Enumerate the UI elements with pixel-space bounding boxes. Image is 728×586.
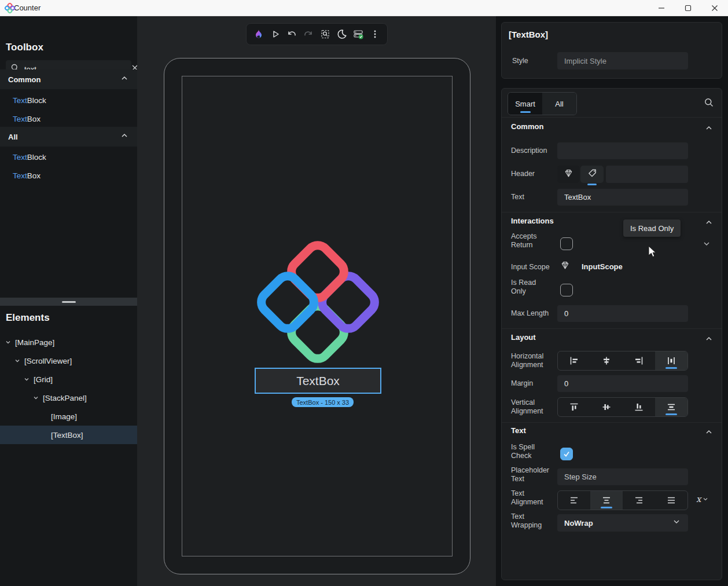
toolbox-item-textblock[interactable]: TextBlock (0, 91, 137, 109)
toolbox-section-common[interactable]: Common (0, 69, 137, 89)
header-tag-button[interactable] (580, 166, 604, 183)
margin-input[interactable] (557, 375, 688, 392)
align-center-h-button[interactable] (590, 351, 623, 370)
section-layout-title: Layout (511, 333, 536, 342)
divider (502, 422, 722, 423)
text-wrapping-label: Text Wrapping (511, 512, 555, 530)
chevron-up-icon[interactable] (704, 334, 714, 346)
minimize-button[interactable] (648, 0, 675, 16)
accepts-return-label: Accepts Return (511, 232, 546, 250)
header-input[interactable] (606, 166, 688, 183)
expression-binding-button[interactable]: x (696, 494, 708, 504)
device-frame: TextBox TextBox - 150 x 33 (164, 58, 470, 574)
chevron-down-icon[interactable] (5, 339, 12, 347)
vertical-alignment-label: Vertical Alignment (511, 398, 555, 416)
chevron-down-icon[interactable] (32, 394, 39, 403)
chevron-up-icon[interactable] (704, 218, 714, 229)
server-status-ok-icon[interactable] (352, 28, 364, 40)
align-stretch-h-button[interactable] (655, 351, 687, 370)
property-tabs: Smart All (508, 92, 577, 115)
align-bottom-button[interactable] (623, 398, 655, 416)
splitter-handle-icon (62, 301, 76, 303)
toolbox-item-textbox[interactable]: TextBox (0, 110, 137, 127)
placeholder-text-input[interactable] (557, 468, 688, 485)
is-spell-check-checkbox[interactable] (560, 448, 573, 460)
selection-size-badge: TextBox - 150 x 33 (292, 397, 354, 407)
text-align-right-icon (634, 495, 644, 506)
text-alignment-group (557, 490, 688, 510)
align-center-v-button[interactable] (590, 398, 623, 416)
style-input[interactable] (557, 52, 688, 69)
divider (502, 212, 722, 213)
align-top-button[interactable] (558, 398, 590, 416)
align-left-button[interactable] (558, 351, 590, 370)
tree-item-scrollviewer[interactable]: [ScrollViewer] (0, 351, 137, 370)
accepts-return-checkbox[interactable] (560, 237, 573, 250)
header-binding-button[interactable] (557, 166, 579, 183)
play-icon[interactable] (270, 28, 281, 40)
tree-item-mainpage[interactable]: [MainPage] (0, 333, 137, 351)
device-screen[interactable]: TextBox TextBox - 150 x 33 (182, 76, 453, 556)
redo-icon[interactable] (303, 28, 314, 40)
more-kebab-icon[interactable] (369, 28, 381, 40)
chevron-up-icon[interactable] (704, 427, 714, 439)
tab-smart[interactable]: Smart (508, 93, 542, 115)
check-icon (562, 450, 571, 458)
property-search-icon[interactable] (704, 97, 714, 110)
maximize-button[interactable] (675, 0, 701, 16)
chevron-down-icon[interactable] (14, 357, 21, 366)
chevron-down-icon[interactable] (23, 376, 30, 384)
text-align-center-button[interactable] (590, 491, 623, 510)
toolbox-item-textblock[interactable]: TextBlock (0, 148, 137, 166)
canvas-textbox-control[interactable]: TextBox (255, 368, 381, 394)
italic-x-icon: x (696, 494, 701, 504)
window-title: Counter (14, 3, 41, 12)
is-read-only-checkbox[interactable] (560, 284, 573, 296)
text-label: Text (511, 193, 524, 202)
text-align-justify-button[interactable] (655, 491, 687, 510)
design-canvas[interactable]: TextBox TextBox - 150 x 33 (137, 16, 496, 586)
hot-reload-flame-icon[interactable] (253, 28, 264, 40)
text-align-left-button[interactable] (558, 491, 590, 510)
inspector-panel: [TextBox] Style Smart All Common Descrip… (496, 16, 728, 586)
text-align-right-button[interactable] (623, 491, 655, 510)
align-stretch-v-button[interactable] (655, 398, 687, 416)
section-common-title: Common (511, 122, 543, 131)
chevron-up-icon[interactable] (704, 123, 714, 135)
align-left-icon (569, 356, 579, 366)
align-top-icon (569, 402, 579, 412)
tag-icon (587, 169, 597, 181)
align-center-v-icon (601, 402, 612, 412)
text-wrapping-dropdown[interactable]: NoWrap (557, 514, 688, 532)
inspector-header-card: [TextBox] Style (501, 22, 722, 79)
tree-item-grid[interactable]: [Grid] (0, 370, 137, 389)
is-read-only-tooltip: Is Read Only (623, 219, 681, 237)
align-right-button[interactable] (623, 351, 655, 370)
toolbox-section-all[interactable]: All (0, 127, 137, 146)
text-align-center-icon (601, 495, 612, 506)
toolbox-item-textbox[interactable]: TextBox (0, 167, 137, 184)
description-label: Description (511, 146, 556, 155)
panel-splitter[interactable] (0, 298, 137, 306)
selected-header-mode-indicator (587, 184, 597, 185)
input-scope-value[interactable]: InputScope (582, 262, 623, 271)
close-button[interactable] (701, 0, 728, 16)
tree-item-textbox[interactable]: [TextBox] (0, 426, 137, 444)
text-input[interactable] (557, 189, 688, 206)
theme-moon-icon[interactable] (336, 28, 348, 40)
max-length-label: Max Length (511, 309, 549, 318)
section-interactions-title: Interactions (511, 217, 554, 225)
description-input[interactable] (557, 142, 688, 159)
max-length-input[interactable] (557, 305, 688, 322)
toolbox-title: Toolbox (6, 42, 43, 53)
chevron-down-icon[interactable] (702, 239, 711, 251)
inspect-element-icon[interactable] (319, 28, 331, 40)
text-align-left-icon (569, 495, 579, 506)
tree-item-image[interactable]: [Image] (0, 407, 137, 426)
selected-indicator (666, 367, 677, 369)
tree-item-stackpanel[interactable]: [StackPanel] (0, 389, 137, 407)
horizontal-alignment-label: Horizontal Alignment (511, 352, 555, 369)
tab-all[interactable]: All (542, 93, 576, 115)
placeholder-text-label: Placeholder Text (511, 466, 557, 484)
undo-icon[interactable] (286, 28, 297, 40)
